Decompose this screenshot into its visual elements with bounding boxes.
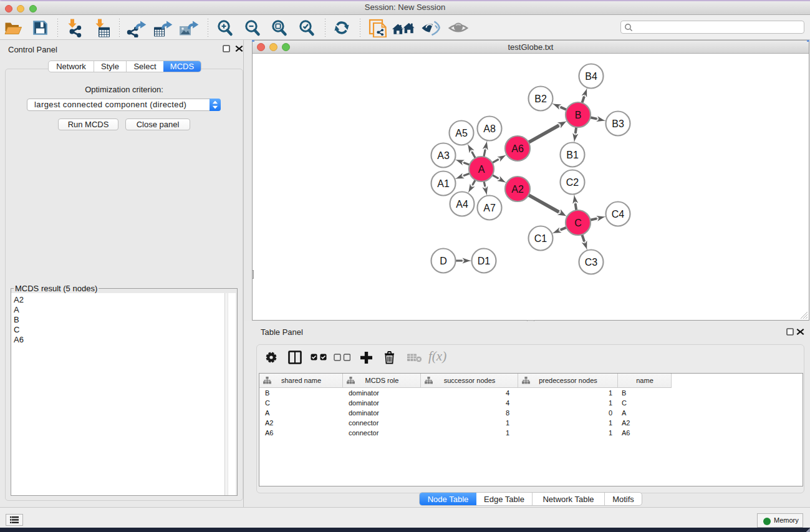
svg-text:A1: A1: [437, 178, 450, 189]
svg-text:A8: A8: [483, 123, 496, 134]
svg-text:A4: A4: [456, 199, 468, 210]
svg-text:D1: D1: [478, 256, 491, 266]
svg-text:B2: B2: [534, 94, 547, 104]
svg-text:A6: A6: [511, 143, 524, 154]
svg-text:C3: C3: [585, 257, 598, 268]
svg-text:B4: B4: [585, 71, 597, 82]
svg-text:A5: A5: [455, 128, 468, 138]
svg-text:A: A: [478, 164, 485, 175]
svg-text:A2: A2: [511, 184, 524, 195]
svg-text:A7: A7: [483, 203, 496, 213]
svg-text:B3: B3: [612, 118, 624, 129]
svg-text:B1: B1: [566, 150, 579, 160]
svg-text:C2: C2: [566, 177, 579, 188]
svg-text:C: C: [574, 218, 582, 228]
svg-text:C1: C1: [534, 233, 547, 244]
svg-text:C4: C4: [612, 209, 625, 220]
svg-text:A3: A3: [437, 150, 450, 161]
svg-text:B: B: [575, 110, 582, 120]
svg-text:D: D: [440, 256, 447, 266]
